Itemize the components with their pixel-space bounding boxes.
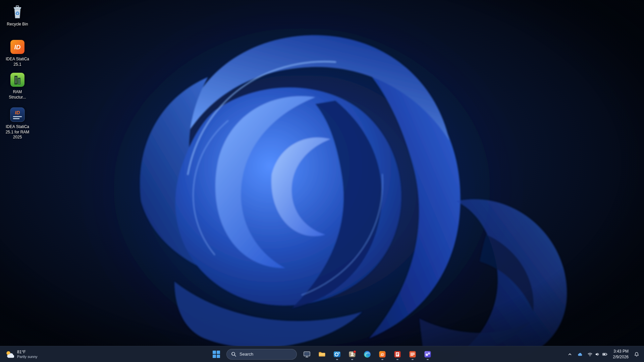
ram-manager-icon (409, 350, 417, 358)
desktop-icon-label: IDEA StatiCa 25.1 for RAM 2025 (6, 124, 30, 140)
svg-text:♻: ♻ (15, 10, 19, 16)
weather-text: 81°F Partly sunny (17, 350, 38, 359)
svg-text:ID: ID (15, 110, 20, 115)
onedrive-cloud-icon (577, 352, 583, 357)
weather-widget[interactable]: 81°F Partly sunny (0, 346, 42, 362)
desktop-icon-label: IDEA StatiCa 25.1 (6, 57, 29, 67)
notification-badge (354, 350, 356, 353)
search-input[interactable] (239, 352, 286, 357)
taskbar-app-ram-concept[interactable] (421, 348, 434, 361)
running-indicator (396, 359, 398, 360)
ram-concept-icon (424, 350, 432, 358)
taskbar-app-ram-manager[interactable] (406, 348, 419, 361)
svg-text:ID: ID (14, 44, 21, 51)
taskbar-app-edge[interactable] (361, 348, 374, 361)
taskbar-app-desktop-windows[interactable] (300, 348, 314, 361)
wallpaper-bloom (0, 0, 644, 362)
running-indicator (336, 359, 338, 360)
taskbar-app-outlook[interactable] (330, 348, 344, 361)
desktop-icon-label: Recycle Bin (7, 22, 28, 27)
desktop-icon-recycle-bin[interactable]: ♻ Recycle Bin (1, 3, 34, 28)
contact-app-icon (348, 350, 356, 358)
running-indicator (412, 359, 414, 360)
hidden-icons-button[interactable] (565, 348, 575, 360)
running-indicator (427, 359, 429, 360)
taskbar-center: ID (210, 346, 434, 362)
clock-time: 3:43 PM (613, 349, 629, 354)
file-explorer-icon (318, 350, 326, 358)
desktop[interactable]: ♻ Recycle Bin ID IDEA StatiCa 25.1 (0, 0, 644, 362)
edge-browser-icon (363, 350, 371, 358)
outlook-icon (333, 350, 341, 358)
desktop-window-icon (303, 350, 311, 358)
svg-text:ID: ID (381, 353, 384, 356)
start-button[interactable] (210, 348, 223, 361)
desktop-icon-idea-statica[interactable]: ID IDEA StatiCa 25.1 (1, 38, 34, 68)
chevron-up-icon (567, 352, 573, 357)
partly-sunny-icon (5, 350, 14, 359)
taskbar: 81°F Partly sunny (0, 346, 644, 362)
wifi-icon (587, 352, 593, 357)
notification-bell-icon (634, 352, 639, 357)
running-indicator (381, 359, 383, 360)
taskbar-app-notifications[interactable] (345, 348, 359, 361)
idea-statica-icon: ID (9, 39, 25, 55)
idea-statica-for-ram-icon: ID (9, 107, 25, 123)
recycle-bin-icon: ♻ (9, 4, 25, 20)
system-tray: 3:43 PM 2/9/2026 (565, 346, 644, 362)
clock-date: 2/9/2026 (613, 354, 629, 360)
weather-condition: Partly sunny (17, 355, 38, 359)
ram-structural-icon (9, 72, 25, 88)
ram-document-icon (393, 350, 401, 358)
notification-center-button[interactable] (632, 348, 641, 360)
taskbar-app-idea-statica[interactable]: ID (376, 348, 389, 361)
desktop-icon-idea-statica-for-ram[interactable]: ID IDEA StatiCa 25.1 for RAM 2025 (1, 106, 34, 141)
volume-icon (595, 352, 600, 357)
clock[interactable]: 3:43 PM 2/9/2026 (610, 348, 631, 360)
network-volume-battery-button[interactable] (585, 348, 609, 360)
desktop-icon-ram-structural[interactable]: RAM Structur... (1, 71, 34, 101)
idea-statica-icon: ID (378, 350, 386, 358)
search-icon (231, 352, 236, 357)
search-box[interactable] (226, 349, 297, 360)
weather-temperature: 81°F (17, 350, 38, 354)
windows-logo-icon (212, 350, 220, 358)
taskbar-app-ram-document[interactable] (391, 348, 404, 361)
running-indicator (351, 359, 353, 360)
desktop-icon-label: RAM Structur... (9, 89, 26, 100)
onedrive-button[interactable] (575, 348, 585, 360)
battery-icon (602, 352, 607, 357)
taskbar-app-file-explorer[interactable] (315, 348, 329, 361)
